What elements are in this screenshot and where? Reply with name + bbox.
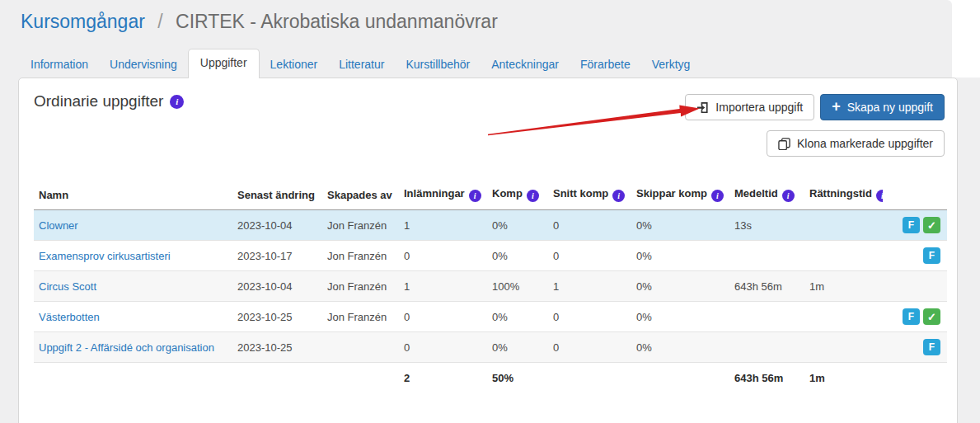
cell-medeltid: 643h 56m bbox=[729, 271, 804, 302]
breadcrumb-current: CIRTEK - Akrobatiska undanmanövrar bbox=[176, 11, 498, 32]
cell-skippar-komp: 0% bbox=[631, 332, 729, 363]
f-badge: F bbox=[923, 247, 940, 264]
cell-last-changed: 2023-10-25 bbox=[232, 332, 322, 363]
tab-uppgifter[interactable]: Uppgifter bbox=[188, 49, 260, 78]
cell-last-changed: 2023-10-25 bbox=[232, 302, 322, 332]
column-label: Senast ändring bbox=[237, 189, 315, 201]
cell-namn: Västerbotten bbox=[34, 302, 232, 332]
cell-namn: Uppgift 2 - Affärsidé och organisation bbox=[34, 332, 232, 363]
table-header-row: NamnSenast ändringSkapades avInlämningar… bbox=[34, 182, 947, 210]
info-icon[interactable]: i bbox=[876, 190, 883, 202]
clone-selected-button[interactable]: Klona markerade uppgifter bbox=[767, 130, 945, 157]
assignment-link[interactable]: Clowner bbox=[39, 219, 78, 232]
breadcrumb-parent-link[interactable]: Kursomgångar bbox=[21, 11, 145, 32]
total-badges bbox=[883, 363, 947, 393]
content-card: Ordinarie uppgifter i Importera uppgift … bbox=[18, 78, 958, 423]
column-label: Inlämningar bbox=[404, 187, 465, 200]
check-badge: ✓ bbox=[923, 308, 940, 325]
total-snitt-komp bbox=[548, 363, 631, 393]
cell-last-changed: 2023-10-17 bbox=[232, 241, 322, 271]
cell-submissions: 0 bbox=[399, 302, 487, 332]
column-header-senast-ndring: Senast ändring bbox=[232, 182, 322, 210]
column-label: Skippar komp bbox=[636, 187, 707, 200]
cell-last-changed: 2023-10-04 bbox=[232, 271, 322, 302]
cell-skippar-komp: 0% bbox=[631, 302, 729, 332]
tab-verktyg[interactable]: Verktyg bbox=[641, 51, 701, 78]
cell-rattningstid bbox=[804, 302, 883, 332]
column-label: Namn bbox=[39, 189, 68, 201]
toolbar: Importera uppgift + Skapa ny uppgift bbox=[685, 94, 945, 120]
info-icon[interactable]: i bbox=[711, 190, 724, 202]
create-assignment-button[interactable]: + Skapa ny uppgift bbox=[820, 94, 945, 120]
cell-snitt-komp: 0 bbox=[548, 302, 631, 332]
tab-bar: InformationUndervisningUppgifterLektione… bbox=[20, 49, 701, 78]
info-icon[interactable]: i bbox=[782, 190, 795, 202]
total-komp: 50% bbox=[487, 363, 548, 393]
cell-created-by: Jon Franzén bbox=[322, 241, 399, 271]
cell-submissions: 1 bbox=[399, 271, 487, 302]
cell-komp: 0% bbox=[487, 332, 548, 363]
cell-skippar-komp: 0% bbox=[631, 210, 729, 241]
breadcrumb: Kursomgångar / CIRTEK - Akrobatiska unda… bbox=[21, 11, 498, 33]
cell-skippar-komp: 0% bbox=[631, 241, 729, 271]
f-badge: F bbox=[923, 339, 940, 355]
import-icon bbox=[696, 101, 709, 114]
column-header-snitt-komp: Snitt kompi bbox=[548, 182, 631, 210]
cell-badges: F✓ bbox=[883, 210, 947, 241]
column-label: Rättningstid bbox=[809, 187, 872, 200]
total-submissions: 2 bbox=[399, 363, 487, 393]
cell-created-by bbox=[322, 332, 399, 363]
cell-medeltid bbox=[729, 302, 804, 332]
assignment-link[interactable]: Circus Scott bbox=[39, 280, 96, 293]
cell-komp: 100% bbox=[487, 271, 548, 302]
assignment-link[interactable]: Uppgift 2 - Affärsidé och organisation bbox=[39, 341, 214, 354]
plus-icon: + bbox=[832, 99, 841, 114]
cell-rattningstid bbox=[804, 210, 883, 241]
breadcrumb-separator: / bbox=[157, 11, 162, 32]
tab-kurstillbeh-r[interactable]: Kurstillbehör bbox=[395, 51, 481, 78]
create-button-label: Skapa ny uppgift bbox=[847, 101, 933, 114]
total-skippar-komp bbox=[631, 363, 729, 393]
cell-rattningstid bbox=[804, 332, 883, 363]
cell-snitt-komp: 0 bbox=[548, 332, 631, 363]
cell-created-by: Jon Franzén bbox=[322, 271, 399, 302]
tab-information[interactable]: Information bbox=[20, 51, 99, 78]
info-icon[interactable]: i bbox=[170, 95, 184, 109]
cell-namn: Examensprov cirkusartisteri bbox=[34, 241, 232, 271]
assignment-link[interactable]: Västerbotten bbox=[39, 311, 100, 323]
table-row: Uppgift 2 - Affärsidé och organisation20… bbox=[34, 332, 947, 363]
table-row: Examensprov cirkusartisteri2023-10-17Jon… bbox=[34, 241, 947, 271]
info-icon[interactable]: i bbox=[527, 190, 539, 202]
assignment-link[interactable]: Examensprov cirkusartisteri bbox=[39, 250, 171, 262]
f-badge: F bbox=[903, 308, 920, 325]
column-header-namn: Namn bbox=[34, 182, 232, 210]
tab-litteratur[interactable]: Litteratur bbox=[328, 51, 395, 78]
info-icon[interactable]: i bbox=[469, 190, 481, 202]
column-label: Skapades av bbox=[327, 189, 392, 201]
total-namn bbox=[34, 363, 232, 393]
cell-komp: 0% bbox=[487, 302, 548, 332]
totals-row: 250%643h 56m1m bbox=[34, 363, 947, 393]
tab-anteckningar[interactable]: Anteckningar bbox=[481, 51, 570, 78]
column-label: Komp bbox=[492, 187, 523, 200]
import-assignment-button[interactable]: Importera uppgift bbox=[685, 94, 814, 120]
tab-lektioner[interactable]: Lektioner bbox=[260, 51, 329, 78]
column-label: Medeltid bbox=[734, 187, 778, 200]
cell-last-changed: 2023-10-04 bbox=[232, 210, 322, 241]
column-header-medeltid: Medeltidi bbox=[729, 182, 804, 210]
column-header-badges bbox=[883, 182, 947, 210]
table-row: Clowner2023-10-04Jon Franzén10%00%13sF✓ bbox=[34, 210, 947, 241]
cell-rattningstid bbox=[804, 241, 883, 271]
cell-created-by: Jon Franzén bbox=[322, 302, 399, 332]
f-badge: F bbox=[903, 217, 920, 233]
tab-undervisning[interactable]: Undervisning bbox=[99, 51, 188, 78]
cell-snitt-komp: 0 bbox=[548, 210, 631, 241]
tab-f-rarbete[interactable]: Förarbete bbox=[570, 51, 641, 78]
total-medeltid: 643h 56m bbox=[729, 363, 804, 393]
column-label: Snitt komp bbox=[553, 187, 608, 200]
cell-submissions: 1 bbox=[399, 210, 487, 241]
clone-button-wrap: Klona markerade uppgifter bbox=[767, 130, 945, 157]
table-row: Västerbotten2023-10-25Jon Franzén00%00%F… bbox=[34, 302, 947, 332]
info-icon[interactable]: i bbox=[612, 190, 625, 202]
cell-medeltid bbox=[729, 332, 804, 363]
